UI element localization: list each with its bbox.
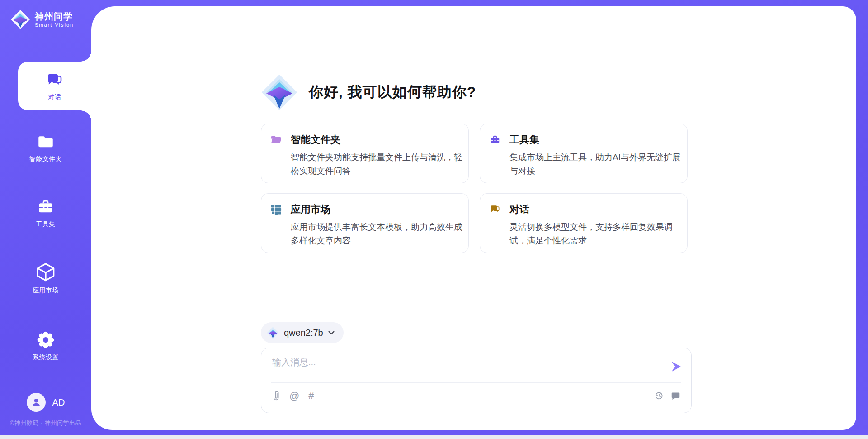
mention-icon: @ — [289, 391, 299, 401]
sidebar-item-smart-folder[interactable]: 智能文件夹 — [0, 132, 91, 163]
card-app-market[interactable]: 应用市场 应用市场提供丰富长文本模板，助力高效生成多样化文章内容 — [261, 193, 469, 253]
model-selector[interactable]: qwen2:7b — [261, 322, 344, 343]
brand-subtitle: Smart Vision — [35, 22, 74, 28]
assistant-logo-diamond-icon — [261, 74, 298, 111]
brand-name: 神州问学 — [35, 11, 74, 21]
card-smart-folder[interactable]: 智能文件夹 智能文件夹功能支持批量文件上传与清洗，轻松实现文件问答 — [261, 124, 469, 183]
card-toolset[interactable]: 工具集 集成市场上主流工具，助力AI与外界无缝扩展与对接 — [480, 124, 688, 183]
folder-open-icon — [270, 134, 282, 146]
briefcase-icon — [489, 134, 501, 146]
card-title: 应用市场 — [291, 204, 330, 215]
card-description: 集成市场上主流工具，助力AI与外界无缝扩展与对接 — [509, 151, 688, 178]
greeting-title: 你好, 我可以如何帮助你? — [309, 82, 476, 102]
sidebar-item-settings[interactable]: 系统设置 — [0, 330, 91, 362]
model-logo-diamond-icon — [267, 327, 279, 339]
send-button[interactable] — [670, 360, 682, 373]
greeting-block: 你好, 我可以如何帮助你? — [261, 74, 688, 111]
user-name: AD — [52, 397, 65, 408]
card-description: 智能文件夹功能支持批量文件上传与清洗，轻松实现文件问答 — [291, 151, 469, 178]
gear-icon — [36, 330, 55, 349]
history-button[interactable] — [654, 391, 664, 401]
composer-divider — [271, 382, 681, 383]
sidebar-item-label: 对话 — [48, 93, 61, 101]
folder-icon — [36, 132, 56, 151]
sidebar-item-label: 工具集 — [36, 220, 56, 229]
sidebar-item-chat[interactable]: 对话 — [18, 62, 91, 110]
briefcase-icon — [36, 197, 56, 216]
chat-bubble-icon — [671, 391, 680, 401]
mention-button[interactable]: @ — [289, 391, 299, 401]
card-title: 对话 — [509, 204, 529, 215]
main-panel: 你好, 我可以如何帮助你? 智能文件夹 智能文件夹功能支持批量文件上传与清洗，轻… — [91, 6, 856, 430]
content-column: 你好, 我可以如何帮助你? 智能文件夹 智能文件夹功能支持批量文件上传与清洗，轻… — [261, 6, 688, 413]
hashtag-button[interactable]: # — [308, 391, 314, 401]
brand: 神州问学 Smart Vision — [10, 9, 74, 30]
attach-file-button[interactable] — [272, 391, 280, 401]
right-tools — [654, 391, 680, 401]
card-description: 灵活切换多模型文件，支持多样回复效果调试，满足个性化需求 — [509, 220, 688, 248]
sidebar-item-label: 应用市场 — [33, 286, 59, 295]
user-account[interactable]: AD — [0, 393, 91, 412]
grid-icon — [270, 204, 282, 215]
hash-icon: # — [308, 391, 314, 401]
sidebar-item-toolset[interactable]: 工具集 — [0, 197, 91, 229]
card-chat[interactable]: 对话 灵活切换多模型文件，支持多样回复效果调试，满足个性化需求 — [480, 193, 688, 253]
sidebar-item-label: 智能文件夹 — [29, 155, 62, 163]
paperclip-icon — [272, 391, 280, 401]
feature-cards: 智能文件夹 智能文件夹功能支持批量文件上传与清洗，轻松实现文件问答 工具集 集成… — [261, 124, 688, 253]
cube-icon — [35, 262, 56, 282]
card-description: 应用市场提供丰富长文本模板，助力高效生成多样化文章内容 — [291, 220, 469, 248]
model-name: qwen2:7b — [284, 328, 323, 338]
conversations-button[interactable] — [671, 391, 680, 401]
composer: @ # — [261, 348, 692, 413]
chat-icon — [489, 204, 501, 215]
chat-icon — [45, 71, 64, 90]
brand-logo-diamond-icon — [10, 9, 31, 30]
message-input[interactable] — [272, 356, 661, 379]
sidebar-item-label: 系统设置 — [33, 353, 59, 362]
card-title: 智能文件夹 — [291, 134, 340, 146]
send-arrow-icon — [670, 360, 682, 373]
history-icon — [654, 391, 664, 401]
window-bottom-edge — [0, 435, 868, 439]
composer-toolbar: @ # — [272, 391, 680, 401]
sidebar: 神州问学 Smart Vision 对话 智能文件夹 工具集 — [0, 0, 91, 435]
card-title: 工具集 — [509, 134, 539, 146]
avatar — [27, 393, 46, 412]
sidebar-item-app-market[interactable]: 应用市场 — [0, 262, 91, 295]
copyright-footer: ©神州数码 · 神州问学出品 — [0, 419, 91, 427]
chevron-down-icon — [328, 331, 335, 335]
left-tools: @ # — [272, 391, 314, 401]
person-icon — [30, 396, 42, 408]
